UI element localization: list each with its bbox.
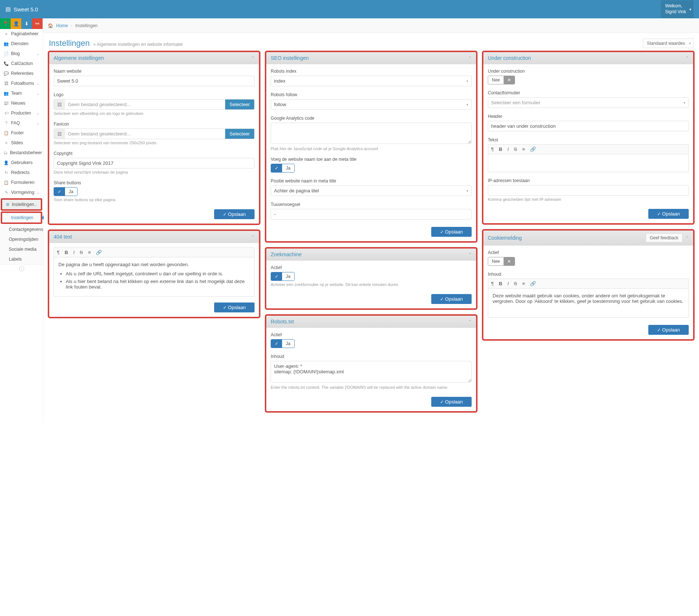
copyright-input[interactable] xyxy=(54,158,255,169)
sidebar-item-fotoalbums[interactable]: 🖼Fotoalbums⌄ xyxy=(0,79,43,88)
collapse-icon[interactable]: ⌃ xyxy=(685,56,689,61)
uc-editor[interactable] xyxy=(488,154,689,172)
save-button[interactable]: Opslaan xyxy=(431,294,472,304)
website-name-input[interactable] xyxy=(54,76,255,86)
save-button[interactable]: Opslaan xyxy=(431,397,472,407)
menu-icon: ? xyxy=(4,121,9,125)
sidebar-quick-share[interactable]: ⚯ xyxy=(32,18,43,29)
list-icon[interactable]: ≡ xyxy=(522,146,525,152)
home-icon: 🏠 xyxy=(48,23,53,28)
strike-icon[interactable]: S xyxy=(514,146,517,152)
append-title-toggle[interactable]: ✓Ja xyxy=(271,164,295,173)
sidebar-item-instellingen[interactable]: ⚙Instellingen⌄ xyxy=(1,198,42,211)
robots-textarea[interactable] xyxy=(271,361,472,383)
collapse-icon[interactable]: ⌃ xyxy=(685,236,689,240)
save-button[interactable]: Opslaan xyxy=(214,209,255,219)
italic-icon[interactable]: I xyxy=(507,146,509,152)
title-position-select[interactable]: Achter de pagina titel xyxy=(271,185,472,196)
uc-toggle[interactable]: Nee✕ xyxy=(488,76,515,84)
save-button[interactable]: Opslaan xyxy=(648,325,689,335)
menu-icon: 📞 xyxy=(4,61,9,66)
contactform-select[interactable]: Selecteer een formulier xyxy=(488,97,689,108)
menu-icon: 🗂 xyxy=(4,151,8,155)
share-toggle[interactable]: ✓Ja xyxy=(54,187,78,196)
uc-header-input[interactable] xyxy=(488,121,689,131)
italic-icon[interactable]: I xyxy=(73,250,75,255)
sidebar-subitem-instellingen[interactable]: Instellingen xyxy=(1,211,42,224)
logo-file-input[interactable]: 🖼 Geen bestand geselecteerd... Selecteer xyxy=(54,99,255,110)
sidebar-quick-user[interactable]: 👤 xyxy=(11,18,21,29)
sidebar-item-nieuws[interactable]: 📰Nieuws xyxy=(0,98,43,108)
logo-select-button[interactable]: Selecteer xyxy=(225,99,254,109)
favicon-file-input[interactable]: 🖼 Geen bestand geselecteerd... Selecteer xyxy=(54,128,255,139)
cookie-editor[interactable]: Deze website maakt gebruik van cookies, … xyxy=(488,288,689,318)
robots-follow-select[interactable]: follow xyxy=(271,99,472,110)
favicon-select-button[interactable]: Selecteer xyxy=(225,129,254,139)
sidebar-quick-download[interactable]: ⬇ xyxy=(21,18,32,29)
sidebar-subitem-contactgegevens[interactable]: Contactgegevens xyxy=(0,225,43,235)
italic-icon[interactable]: I xyxy=(507,281,509,286)
sidebar-item-team[interactable]: 👥Team⌄ xyxy=(0,88,43,98)
menu-icon: 📄 xyxy=(4,51,9,56)
sidebar-quick-location[interactable]: 📍 xyxy=(0,18,11,29)
sidebar-item-formulieren[interactable]: 📋Formulieren xyxy=(0,178,43,188)
sidebar-item-redirects[interactable]: ↻Redirects xyxy=(0,168,43,178)
editor-404[interactable]: De pagina die u heeft opgevraagd kan nie… xyxy=(54,257,255,297)
sidebar-item-slides[interactable]: ≡Slides xyxy=(0,138,43,148)
save-button[interactable]: Opslaan xyxy=(214,302,255,312)
strike-icon[interactable]: S xyxy=(80,250,83,255)
bold-icon[interactable]: B xyxy=(65,250,68,255)
sidebar-item-call2action[interactable]: 📞Call2action xyxy=(0,59,43,69)
sidebar-item-diensten[interactable]: 👥Diensten xyxy=(0,39,43,49)
save-button[interactable]: Opslaan xyxy=(648,209,689,219)
list-icon[interactable]: ≡ xyxy=(88,250,91,255)
search-active-toggle[interactable]: ✓Ja xyxy=(271,272,295,281)
user-menu[interactable]: Welkom, Sigrid Vink xyxy=(661,0,693,18)
paragraph-icon[interactable]: ¶ xyxy=(57,250,60,255)
strike-icon[interactable]: S xyxy=(514,281,517,286)
sidebar-item-gebruikers[interactable]: 👤Gebruikers xyxy=(0,158,43,168)
collapse-icon[interactable]: ⌃ xyxy=(468,252,472,257)
chevron-down-icon: ⌄ xyxy=(34,203,37,207)
panel-general: Algemene instellingen ⌃ Naam website Log… xyxy=(49,52,259,224)
feedback-button[interactable]: Geef feedback xyxy=(646,233,682,242)
cookie-active-toggle[interactable]: Nee✕ xyxy=(488,257,515,266)
sidebar-item-vormgeving[interactable]: ✎Vormgeving⌄ xyxy=(0,188,43,198)
paragraph-icon[interactable]: ¶ xyxy=(491,281,494,286)
infix-input[interactable] xyxy=(271,209,472,220)
breadcrumb-home[interactable]: Home xyxy=(56,23,68,28)
defaults-select[interactable]: Standaard waardes xyxy=(643,39,693,48)
ga-textarea[interactable] xyxy=(271,123,472,144)
sidebar-item-producten[interactable]: 🏷Producten⌄ xyxy=(0,108,43,118)
sidebar-item-referenties[interactable]: 💬Referenties xyxy=(0,69,43,79)
list-icon[interactable]: ≡ xyxy=(522,281,525,286)
sidebar-item-paginabeheer[interactable]: ≡Paginabeheer xyxy=(0,29,43,39)
sidebar-item-footer[interactable]: 📋Footer xyxy=(0,128,43,138)
bold-icon[interactable]: B xyxy=(499,281,502,286)
save-button[interactable]: Opslaan xyxy=(431,227,472,237)
chevron-down-icon: ⌄ xyxy=(36,91,39,95)
sidebar-item-bestandsbeheer[interactable]: 🗂Bestandsbeheer xyxy=(0,148,43,158)
link-icon[interactable]: 🔗 xyxy=(530,146,536,152)
collapse-icon[interactable]: ⌃ xyxy=(251,56,255,61)
editor-toolbar: ¶ B I S ≡ 🔗 xyxy=(54,247,255,257)
ip-input[interactable] xyxy=(488,185,689,196)
menu-icon: 🏷 xyxy=(4,111,9,115)
chevron-down-icon: ⌄ xyxy=(36,191,39,195)
bold-icon[interactable]: B xyxy=(499,146,502,152)
link-icon[interactable]: 🔗 xyxy=(530,281,536,286)
sidebar-collapse[interactable]: ‹ xyxy=(0,264,43,273)
sidebar-item-blog[interactable]: 📄Blog⌄ xyxy=(0,49,43,59)
collapse-icon[interactable]: ⌃ xyxy=(468,319,472,324)
link-icon[interactable]: 🔗 xyxy=(96,250,102,255)
sidebar-item-faq[interactable]: ?FAQ⌄ xyxy=(0,118,43,128)
collapse-icon[interactable]: ⌃ xyxy=(251,235,255,239)
sidebar-subitem-labels[interactable]: Labels xyxy=(0,254,43,264)
paragraph-icon[interactable]: ¶ xyxy=(491,146,494,152)
sidebar-subitem-openingstijden[interactable]: Openingstijden xyxy=(0,235,43,244)
collapse-icon[interactable]: ⌃ xyxy=(468,56,472,61)
robots-index-select[interactable]: index xyxy=(271,76,472,86)
sidebar-subitem-sociale media[interactable]: Sociale media xyxy=(0,244,43,254)
panel-cookie: Cookiemelding Geef feedback ⌃ Actief Nee… xyxy=(483,230,693,340)
robots-active-toggle[interactable]: ✓Ja xyxy=(271,339,295,348)
